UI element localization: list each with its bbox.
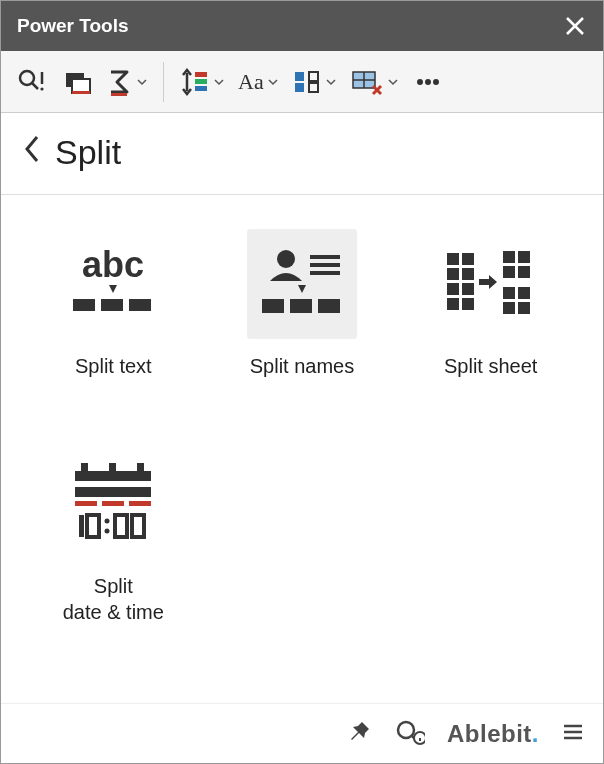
toolbar-text-button[interactable]: Aa <box>234 60 282 104</box>
toolbar-search-button[interactable] <box>11 60 51 104</box>
svg-rect-36 <box>318 299 340 313</box>
svg-point-63 <box>105 519 110 524</box>
chevron-down-icon <box>137 77 147 87</box>
svg-rect-27 <box>73 299 95 311</box>
tile-label: Split date & time <box>63 573 164 625</box>
toolbar-sort-button[interactable] <box>176 60 228 104</box>
svg-rect-9 <box>111 93 127 96</box>
tile-label: Split sheet <box>444 353 537 379</box>
svg-rect-37 <box>447 253 459 265</box>
svg-rect-46 <box>518 251 530 263</box>
svg-rect-42 <box>462 283 474 295</box>
svg-rect-29 <box>129 299 151 311</box>
svg-point-23 <box>417 79 423 85</box>
svg-rect-15 <box>295 83 304 92</box>
svg-rect-28 <box>101 299 123 311</box>
grid-split-icon <box>292 67 322 97</box>
chevron-down-icon <box>326 77 336 87</box>
svg-rect-56 <box>75 471 151 481</box>
toolbar-dedupe-button[interactable] <box>57 60 97 104</box>
svg-rect-17 <box>309 83 318 92</box>
svg-rect-65 <box>115 515 127 537</box>
tile-grid: abc Split text Split names <box>1 195 603 703</box>
chevron-down-icon <box>268 77 278 87</box>
svg-point-25 <box>433 79 439 85</box>
svg-rect-52 <box>518 302 530 314</box>
svg-rect-57 <box>75 487 151 497</box>
grid-delete-icon <box>350 67 384 97</box>
svg-rect-59 <box>102 501 124 506</box>
toolbar-sum-button[interactable] <box>103 60 151 104</box>
svg-rect-49 <box>503 287 515 299</box>
svg-rect-38 <box>462 253 474 265</box>
sigma-icon <box>107 67 133 97</box>
svg-point-24 <box>425 79 431 85</box>
titlebar-title: Power Tools <box>17 15 129 37</box>
close-button[interactable] <box>563 14 587 38</box>
svg-point-64 <box>105 529 110 534</box>
svg-rect-7 <box>72 79 90 93</box>
brand-dot-icon: . <box>532 720 539 747</box>
svg-rect-34 <box>262 299 284 313</box>
pin-button[interactable] <box>347 719 373 749</box>
svg-point-5 <box>40 87 43 90</box>
svg-rect-62 <box>87 515 99 537</box>
close-icon <box>563 14 587 38</box>
toolbar-grid2-button[interactable] <box>346 60 402 104</box>
chevron-left-icon <box>23 135 41 163</box>
svg-rect-66 <box>132 515 144 537</box>
tile-split-sheet[interactable]: Split sheet <box>406 229 575 429</box>
svg-rect-60 <box>129 501 151 506</box>
split-names-icon <box>247 229 357 339</box>
chevron-down-icon <box>388 77 398 87</box>
tile-split-names[interactable]: Split names <box>218 229 387 429</box>
svg-rect-13 <box>195 86 207 91</box>
titlebar: Power Tools <box>1 1 603 51</box>
svg-rect-41 <box>447 283 459 295</box>
pin-icon <box>347 719 373 745</box>
split-text-icon: abc <box>58 229 168 339</box>
svg-rect-12 <box>195 79 207 84</box>
svg-rect-11 <box>195 72 207 77</box>
svg-rect-16 <box>309 72 318 81</box>
svg-rect-43 <box>447 298 459 310</box>
svg-point-67 <box>398 722 414 738</box>
chevron-down-icon <box>214 77 224 87</box>
toolbar-grid1-button[interactable] <box>288 60 340 104</box>
svg-rect-51 <box>503 302 515 314</box>
sort-colors-icon <box>180 67 210 97</box>
back-button[interactable] <box>23 135 41 170</box>
toolbar-separator <box>163 62 164 102</box>
svg-rect-48 <box>518 266 530 278</box>
svg-rect-61 <box>79 515 84 537</box>
tile-split-date-time[interactable]: Split date & time <box>29 449 198 649</box>
menu-button[interactable] <box>561 720 585 748</box>
toolbar: Aa <box>1 51 603 113</box>
svg-rect-58 <box>75 501 97 506</box>
svg-rect-50 <box>518 287 530 299</box>
dedupe-icon <box>62 67 92 97</box>
svg-rect-40 <box>462 268 474 280</box>
page-title: Split <box>55 133 121 172</box>
brand-logo: Ablebit. <box>447 720 539 748</box>
svg-rect-39 <box>447 268 459 280</box>
search-info-icon <box>395 719 425 745</box>
svg-rect-14 <box>295 72 304 81</box>
tile-label: Split text <box>75 353 152 379</box>
svg-line-3 <box>32 83 38 89</box>
svg-rect-45 <box>503 251 515 263</box>
svg-point-30 <box>277 250 295 268</box>
text-case-icon: Aa <box>238 69 264 95</box>
hamburger-icon <box>561 720 585 744</box>
svg-rect-47 <box>503 266 515 278</box>
split-date-time-icon <box>58 449 168 559</box>
svg-text:abc: abc <box>82 245 144 285</box>
toolbar-more-button[interactable] <box>408 60 448 104</box>
svg-rect-8 <box>72 91 90 94</box>
split-sheet-icon <box>436 229 546 339</box>
tile-split-text[interactable]: abc Split text <box>29 229 198 429</box>
tile-label: Split names <box>250 353 355 379</box>
feedback-button[interactable] <box>395 719 425 749</box>
page-header: Split <box>1 113 603 195</box>
magnifier-exclaim-icon <box>16 67 46 97</box>
